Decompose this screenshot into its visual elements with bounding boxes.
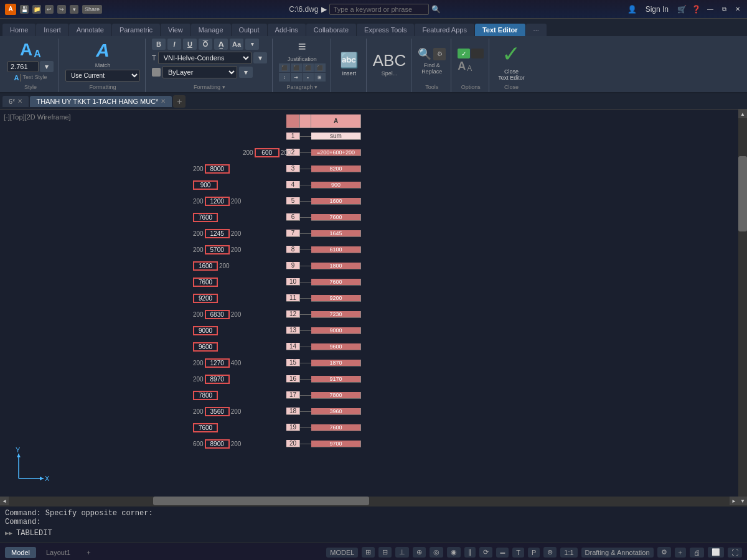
close-btn[interactable]: ✕	[733, 5, 742, 14]
drawing-tab-1-close[interactable]: ✕	[161, 98, 166, 105]
font-dropdown[interactable]: VNI-Helve-Condens	[158, 52, 251, 64]
viewport-btn[interactable]: ⬜	[708, 547, 724, 558]
drawing-area[interactable]: [-][Top][2D Wireframe] X Y A 1	[0, 110, 747, 505]
model-tab[interactable]: Model	[5, 547, 36, 558]
3dosnap-btn[interactable]: ◉	[447, 547, 461, 558]
redo-btn[interactable]: ↪	[57, 5, 66, 14]
scroll-down-btn[interactable]: ▼	[738, 497, 747, 505]
tab-addins[interactable]: Add-ins	[268, 24, 306, 36]
indent-btn[interactable]: ⇥	[291, 73, 302, 82]
line-spacing-btn[interactable]: ↕	[279, 73, 290, 82]
insert-btn[interactable]: 🔤 Insert	[337, 50, 361, 78]
help-icon[interactable]: ❓	[692, 5, 701, 14]
drawing-tab-add[interactable]: +	[173, 95, 186, 108]
bylayer-dropdown[interactable]: ByLayer	[162, 66, 237, 78]
sel-cycle-btn[interactable]: ⊛	[543, 547, 557, 558]
share-btn[interactable]: Share	[82, 5, 102, 14]
osnap-btn[interactable]: ◎	[430, 547, 443, 558]
undo-btn[interactable]: ↩	[45, 5, 54, 14]
italic-btn[interactable]: I	[167, 39, 181, 50]
table-row: 2003560200183960	[286, 403, 361, 419]
tab-view[interactable]: View	[161, 24, 190, 36]
tab-manage[interactable]: Manage	[191, 24, 231, 36]
match-label: Match	[95, 62, 111, 68]
paragraph-icon[interactable]: ≡	[298, 39, 306, 55]
otrack-btn[interactable]: ∥	[464, 547, 476, 558]
vertical-scrollbar[interactable]: ▲ ▼	[738, 110, 747, 505]
tab-insert[interactable]: Insert	[36, 24, 68, 36]
user-icon: 👤	[627, 5, 637, 14]
app-icon[interactable]: A	[5, 4, 16, 15]
bold-btn[interactable]: B	[152, 39, 166, 50]
search-icon[interactable]: 🔍	[431, 5, 441, 14]
case-btn[interactable]: Aa	[230, 39, 243, 50]
h-scroll-thumb[interactable]	[153, 497, 369, 505]
zoom-input[interactable]: 1:1	[560, 548, 577, 558]
tab-annotate[interactable]: Annotate	[69, 24, 111, 36]
settings-btn[interactable]: ⚙	[657, 547, 671, 558]
spell-icon[interactable]: ABC	[373, 51, 406, 70]
maximize-btn[interactable]: ⧉	[720, 5, 728, 14]
tab-more[interactable]: ···	[526, 24, 547, 36]
search-input[interactable]	[329, 4, 429, 15]
tpress-btn[interactable]: T	[512, 548, 524, 558]
model-mode-btn[interactable]: MODEL	[326, 548, 358, 558]
add-layout-btn[interactable]: +	[80, 547, 96, 558]
scroll-left-btn[interactable]: ◄	[0, 497, 9, 505]
tab-texteditor[interactable]: Text Editor	[475, 24, 525, 36]
qprop-btn[interactable]: P	[528, 548, 540, 558]
h-scroll-track[interactable]	[9, 497, 730, 505]
drawing-tab-0[interactable]: 6* ✕	[2, 96, 29, 107]
scroll-thumb[interactable]	[738, 156, 747, 232]
lweight-btn[interactable]: ═	[496, 548, 509, 558]
match-icon[interactable]: A	[96, 40, 110, 61]
drawing-tab-1[interactable]: THANH UY TKKT 1-TACH HANG MUC* ✕	[30, 96, 172, 107]
align-center-btn[interactable]: ⬛	[291, 63, 302, 72]
font-dropdown-arrow[interactable]: ▾	[253, 52, 267, 63]
bullet-btn[interactable]: •	[303, 73, 314, 82]
ribbon: Home Insert Annotate Parametric View Man…	[0, 19, 747, 93]
scroll-track[interactable]	[738, 118, 747, 497]
add-settings-btn[interactable]: +	[675, 548, 686, 558]
more-fmt-btn[interactable]: ▾	[245, 39, 259, 50]
horizontal-scrollbar[interactable]: ◄ ►	[0, 497, 738, 505]
ortho-btn[interactable]: ⊥	[395, 547, 409, 558]
open-quick-btn[interactable]: 📁	[32, 5, 41, 14]
scroll-up-btn[interactable]: ▲	[738, 110, 747, 118]
bylayer-arrow[interactable]: ▾	[239, 67, 253, 78]
dynamic-btn[interactable]: ⟳	[479, 547, 492, 558]
stack-btn[interactable]: A̲	[214, 39, 228, 50]
polar-btn[interactable]: ⊕	[413, 547, 426, 558]
text-height-input[interactable]	[7, 61, 39, 72]
workspace-btn[interactable]: Drafting & Annotation	[581, 548, 654, 558]
underline-btn[interactable]: U	[183, 39, 197, 50]
layout1-tab[interactable]: Layout1	[40, 547, 77, 558]
scroll-right-btn[interactable]: ►	[730, 497, 738, 505]
align-right-btn[interactable]: ⬛	[303, 63, 314, 72]
align-left-btn[interactable]: ⬛	[279, 63, 290, 72]
signin-btn[interactable]: Sign In	[642, 5, 672, 14]
table-row: 9200119200	[286, 290, 361, 306]
tab-parametric[interactable]: Parametric	[112, 24, 160, 36]
tab-collaborate[interactable]: Collaborate	[306, 24, 356, 36]
tab-express[interactable]: Express Tools	[357, 24, 414, 36]
text-height-dropdown[interactable]: ▾	[40, 61, 54, 72]
tab-home[interactable]: Home	[2, 24, 35, 36]
align-justify-btn[interactable]: ⬛	[314, 63, 326, 72]
plot-btn[interactable]: 🖨	[690, 548, 704, 558]
toolbar-btn[interactable]: ▾	[70, 5, 78, 14]
drawing-tab-0-close[interactable]: ✕	[17, 98, 22, 105]
grid-btn[interactable]: ⊞	[362, 547, 375, 558]
col-btn[interactable]: ⊞	[314, 73, 326, 82]
snap-btn[interactable]: ⊟	[378, 547, 392, 558]
minimize-btn[interactable]: —	[706, 5, 715, 14]
overline-btn[interactable]: Ō	[199, 39, 212, 50]
ribbon-group-spell: ABC Spel...	[368, 39, 411, 92]
fullscreen-btn[interactable]: ⛶	[728, 548, 742, 558]
usecurrent-dropdown[interactable]: Use Current	[65, 70, 140, 82]
close-texteditor-btn[interactable]: ✓ Close Text Editor	[496, 40, 527, 82]
tab-output[interactable]: Output	[232, 24, 267, 36]
save-quick-btn[interactable]: 💾	[20, 5, 29, 14]
tab-featured[interactable]: Featured Apps	[415, 24, 474, 36]
cart-icon[interactable]: 🛒	[677, 5, 687, 14]
